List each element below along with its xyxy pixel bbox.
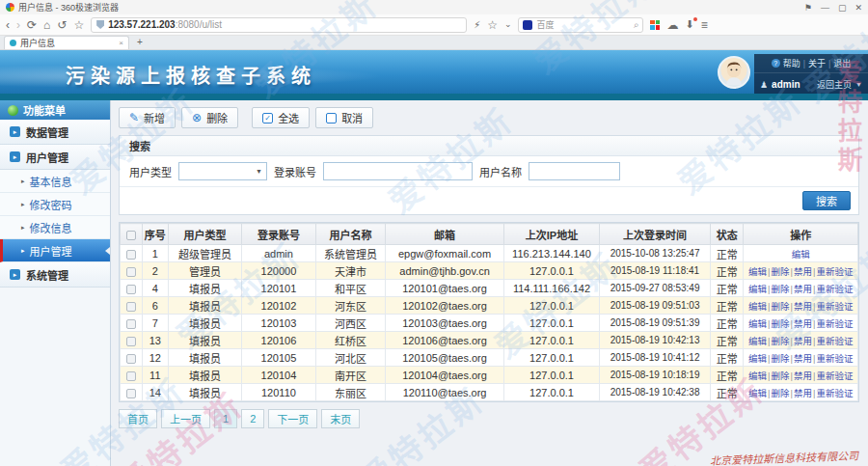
op-link-1[interactable]: 删除: [771, 318, 789, 329]
op-link-1[interactable]: 删除: [771, 266, 789, 277]
search-button[interactable]: 搜索: [802, 191, 851, 210]
login-input[interactable]: [323, 162, 473, 180]
sidebar-item-4[interactable]: ▸修改信息: [0, 216, 110, 239]
help-link[interactable]: 帮助: [783, 57, 800, 69]
op-link-1[interactable]: 删除: [771, 336, 789, 346]
op-link-0[interactable]: 编辑: [748, 284, 767, 294]
row-checkbox[interactable]: [126, 250, 136, 260]
page-button-2[interactable]: 1: [214, 409, 237, 428]
minimize-button[interactable]: —: [821, 3, 829, 13]
op-link-1[interactable]: 删除: [771, 353, 789, 364]
baidu-search-box[interactable]: 百度 ⌕: [518, 17, 643, 33]
home-link[interactable]: 返回主页: [817, 78, 852, 91]
op-link-0[interactable]: 编辑: [792, 249, 810, 260]
op-link-2[interactable]: 禁用: [794, 336, 812, 346]
row-checkbox[interactable]: [126, 354, 136, 364]
sidebar-item-2[interactable]: ▸基本信息: [0, 170, 110, 193]
row-checkbox[interactable]: [126, 285, 136, 294]
new-tab-button[interactable]: +: [137, 37, 143, 49]
row-checkbox[interactable]: [126, 302, 136, 312]
op-link-0[interactable]: 编辑: [748, 266, 767, 277]
op-link-2[interactable]: 禁用: [794, 388, 812, 398]
op-link-3[interactable]: 重新验证: [816, 301, 853, 312]
tab-user-info[interactable]: 用户信息 ×: [4, 36, 129, 49]
bookmark-star-icon[interactable]: ☆: [487, 19, 498, 31]
op-link-3[interactable]: 重新验证: [816, 266, 853, 277]
user-type-select[interactable]: ▼: [178, 162, 267, 180]
name-input[interactable]: [529, 162, 620, 180]
page-button-3[interactable]: 2: [241, 409, 264, 428]
page-button-5[interactable]: 末页: [321, 409, 360, 428]
address-bar[interactable]: 123.57.221.203:8080/u/list: [91, 17, 467, 33]
flash-icon[interactable]: ⚡: [474, 20, 480, 30]
select-all-button[interactable]: ✓ 全选: [252, 107, 310, 128]
download-icon[interactable]: ⬇: [685, 18, 693, 31]
caret-down-icon[interactable]: ▼: [855, 81, 862, 88]
op-link-0[interactable]: 编辑: [748, 388, 767, 398]
close-button[interactable]: ✕: [854, 3, 862, 13]
col-email: 邮箱: [386, 224, 503, 245]
home-icon[interactable]: ⌂: [43, 19, 50, 31]
cancel-button[interactable]: 取消: [315, 107, 373, 128]
about-link[interactable]: 关于: [808, 57, 826, 69]
op-link-2[interactable]: 禁用: [794, 284, 812, 294]
op-link-1[interactable]: 删除: [771, 370, 789, 381]
op-link-2[interactable]: 禁用: [794, 353, 812, 364]
sidebar-item-0[interactable]: ▸数据管理: [0, 120, 110, 145]
forward-icon[interactable]: ›: [16, 19, 20, 31]
menu-icon[interactable]: ≡: [701, 19, 708, 31]
logout-link[interactable]: 退出: [833, 57, 851, 69]
tab-close-icon[interactable]: ×: [119, 39, 123, 47]
op-link-3[interactable]: 重新验证: [816, 336, 853, 346]
op-link-2[interactable]: 禁用: [794, 370, 812, 381]
username: admin: [772, 79, 800, 90]
back-icon[interactable]: ‹: [6, 19, 10, 31]
add-button[interactable]: ✎ 新增: [119, 107, 176, 128]
page-button-0[interactable]: 首页: [119, 409, 157, 428]
op-link-2[interactable]: 禁用: [794, 301, 812, 312]
row-checkbox[interactable]: [126, 267, 136, 277]
op-link-0[interactable]: 编辑: [748, 318, 767, 329]
tab-bar: 用户信息 × +: [0, 36, 868, 50]
row-checkbox[interactable]: [126, 319, 136, 329]
col-account: 登录账号: [242, 224, 316, 245]
reload-icon[interactable]: ⟳: [27, 19, 37, 31]
search-icon[interactable]: ⌕: [634, 20, 639, 30]
op-link-3[interactable]: 重新验证: [816, 388, 853, 398]
chevron-down-icon[interactable]: ⌄: [504, 20, 512, 29]
op-link-2[interactable]: 禁用: [794, 266, 812, 277]
favorite-icon[interactable]: ☆: [73, 19, 84, 31]
restore-icon[interactable]: ↺: [57, 19, 67, 31]
row-checkbox[interactable]: [126, 371, 136, 381]
maximize-button[interactable]: ▢: [838, 3, 847, 13]
delete-button[interactable]: ⊗ 删除: [181, 107, 238, 128]
op-link-3[interactable]: 重新验证: [816, 318, 853, 329]
sidebar-item-5[interactable]: ▸用户管理: [0, 239, 110, 262]
cell-operations: 编辑|删除|禁用|重新验证: [744, 262, 858, 280]
op-link-3[interactable]: 重新验证: [816, 370, 853, 381]
op-link-1[interactable]: 删除: [771, 301, 789, 312]
cloud-icon[interactable]: ☁: [666, 19, 678, 31]
submenu-arrow-icon: ▸: [21, 224, 25, 232]
sidebar-item-1[interactable]: ▸用户管理: [0, 145, 110, 170]
page-button-4[interactable]: 下一页: [268, 409, 317, 428]
op-link-3[interactable]: 重新验证: [816, 284, 853, 294]
skin-icon[interactable]: ⚑: [804, 3, 812, 13]
sidebar-item-3[interactable]: ▸修改密码: [0, 193, 110, 216]
cell-operations: 编辑: [744, 245, 858, 262]
select-all-checkbox[interactable]: [126, 231, 136, 240]
op-link-1[interactable]: 删除: [771, 284, 789, 294]
op-link-0[interactable]: 编辑: [748, 336, 767, 346]
op-link-3[interactable]: 重新验证: [816, 353, 853, 364]
tab-title: 用户信息: [20, 37, 55, 49]
op-link-0[interactable]: 编辑: [748, 301, 767, 312]
apps-grid-icon[interactable]: [650, 20, 660, 30]
op-link-1[interactable]: 删除: [771, 388, 789, 398]
op-link-2[interactable]: 禁用: [794, 318, 812, 329]
op-link-0[interactable]: 编辑: [748, 370, 767, 381]
row-checkbox[interactable]: [126, 389, 136, 398]
row-checkbox[interactable]: [126, 337, 136, 346]
sidebar-item-6[interactable]: ▸系统管理: [0, 262, 110, 288]
op-link-0[interactable]: 编辑: [748, 353, 767, 364]
page-button-1[interactable]: 上一页: [161, 409, 210, 428]
